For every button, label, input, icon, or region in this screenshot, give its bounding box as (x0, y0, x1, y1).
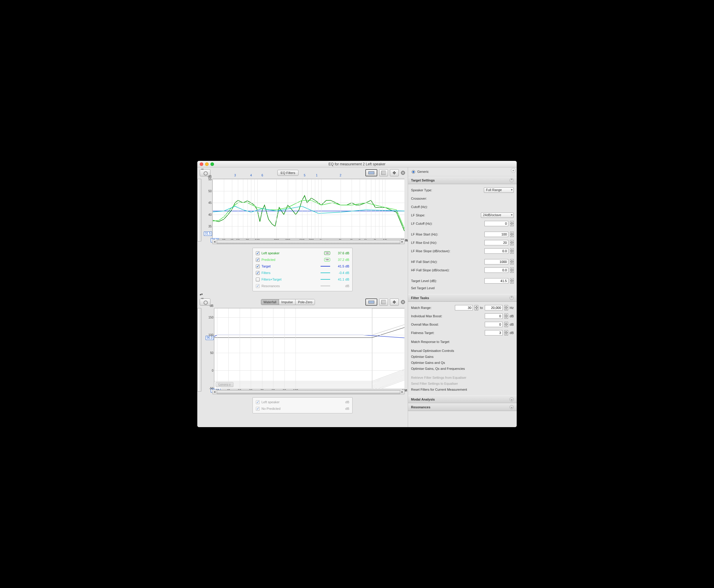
eq-filters-button[interactable]: EQ Filters (277, 170, 298, 176)
legend-checkbox[interactable] (256, 265, 260, 268)
waterfall-chart[interactable]: dB H 96.0 27.50 Generate 150100500-50304… (214, 308, 405, 388)
upper-hscroll[interactable] (212, 240, 405, 244)
speaker-type-select[interactable]: Full Range (484, 187, 514, 193)
match-range-to-spinner[interactable]: ▲▼ (504, 305, 508, 310)
lf-cutoff-input[interactable] (484, 221, 508, 226)
collapse-icon: ⌃ (509, 178, 514, 182)
hf-fall-start-input[interactable] (484, 259, 508, 265)
equaliser-radio[interactable] (412, 170, 415, 174)
titlebar: EQ for measurement 2 Left speaker (197, 161, 517, 167)
lf-rise-start-input[interactable] (484, 232, 508, 237)
lf-rise-end-spinner[interactable]: ▲▼ (510, 240, 514, 245)
window-title: EQ for measurement 2 Left speaker (197, 162, 517, 166)
gear-icon[interactable] (401, 170, 405, 175)
close-button[interactable] (200, 162, 203, 166)
lf-cutoff-spinner[interactable]: ▲▼ (510, 221, 514, 226)
match-range-from-input[interactable] (455, 305, 473, 310)
fit-axes-button-2[interactable]: ✥ (390, 298, 399, 306)
legend-checkbox[interactable] (256, 271, 260, 275)
tab-waterfall[interactable]: Waterfall (261, 299, 279, 305)
legend-value: 37.6 dB (332, 251, 349, 255)
lf-slope-select[interactable]: 24dB/octave (481, 212, 514, 218)
lf-rise-slope-input[interactable] (484, 248, 508, 254)
fit-axes-button[interactable]: ✥ (390, 169, 399, 176)
match-range-from-spinner[interactable]: ▲▼ (475, 305, 478, 310)
modal-analysis-header[interactable]: Modal Analysis ⌄ (408, 396, 517, 403)
screenshot-button-2[interactable] (200, 298, 210, 306)
legend-name: Filters (261, 271, 319, 275)
flatness-spinner[interactable]: ▲▼ (504, 330, 508, 335)
set-target-level-link[interactable]: Set Target Level (411, 285, 514, 291)
legend-checkbox[interactable] (256, 278, 260, 281)
legend-value: 41.5 dB (332, 265, 349, 268)
lower-toolbar: Waterfall Impulse Pole-Zero ✥ (197, 297, 408, 308)
match-range-to-input[interactable] (485, 305, 503, 310)
legend-checkbox (256, 284, 260, 288)
tab-polezero[interactable]: Pole-Zero (295, 299, 315, 305)
grid-toggle-button-2[interactable] (379, 298, 388, 306)
legend-swatch: Var (324, 251, 330, 255)
legend-checkbox[interactable] (256, 251, 260, 255)
flatness-input[interactable] (485, 330, 503, 335)
legend-value: 37.2 dB (332, 258, 349, 261)
target-settings-header[interactable]: Target Settings ⌃ (408, 176, 517, 184)
lf-rise-end-input[interactable] (484, 240, 508, 245)
hf-fall-slope-spinner[interactable]: ▲▼ (510, 268, 514, 273)
filter-tasks-header[interactable]: Filter Tasks ⌃ (408, 294, 517, 302)
maximize-button[interactable] (210, 162, 214, 166)
legend-row: Filters-0.4 dB (256, 270, 349, 276)
lf-rise-slope-spinner[interactable]: ▲▼ (510, 248, 514, 254)
legend-name: No Predicted (261, 407, 330, 411)
lower-vertical-slider[interactable] (197, 308, 202, 392)
target-level-input[interactable] (484, 278, 508, 284)
legend-row: Filters+Target41.1 dB (256, 276, 349, 283)
optimise-gains-link[interactable]: Optimise Gains (411, 354, 514, 360)
legend-toggle-button[interactable] (365, 169, 377, 176)
indiv-max-boost-input[interactable] (485, 313, 503, 319)
target-level-spinner[interactable]: ▲▼ (510, 278, 514, 284)
legend-value: dB (332, 407, 349, 411)
collapse-icon: ⌃ (509, 296, 514, 300)
legend-row: PredictedVar37.2 dB (256, 256, 349, 263)
legend-name: Left speaker (261, 251, 322, 255)
cursor-y-value: 31.5 (204, 232, 212, 236)
scroll-right-icon[interactable]: » (511, 168, 516, 173)
hf-fall-start-spinner[interactable]: ▲▼ (510, 259, 514, 265)
minimize-button[interactable] (205, 162, 209, 166)
expand-icon: ⌄ (509, 397, 514, 401)
lower-hscroll[interactable] (212, 390, 405, 394)
legend-name: Filters+Target (261, 278, 319, 281)
match-response-link[interactable]: Match Response to Target (411, 339, 514, 345)
upper-vertical-slider[interactable] (197, 179, 202, 241)
optimise-gains-qs-freq-link[interactable]: Optimise Gains, Qs and Frequencies (411, 365, 514, 372)
reset-filters-link[interactable]: Reset Filters for Current Measurement (411, 386, 514, 393)
app-window: EQ for measurement 2 Left speaker EQ Fil… (197, 161, 517, 427)
lf-rise-start-spinner[interactable]: ▲▼ (510, 232, 514, 237)
legend-swatch (320, 279, 330, 280)
legend-toggle-button-2[interactable] (365, 298, 377, 306)
legend-row: Left speakerdB (256, 399, 349, 405)
retrieve-settings-link: Retrieve Filter Settings from Equaliser (411, 375, 514, 381)
equaliser-label: Generic (417, 170, 429, 173)
send-settings-link: Send Filter Settings to Equaliser (411, 381, 514, 386)
tab-impulse[interactable]: Impulse (279, 299, 296, 305)
manual-opt-label: Manual Optimisation Controls (411, 348, 514, 354)
lower-legend: Left speakerdBNo PredicteddB (253, 397, 353, 413)
vertical-splitter[interactable]: ▴▾ (197, 293, 408, 297)
grid-toggle-button[interactable] (379, 169, 388, 176)
legend-value: dB (332, 400, 349, 404)
optimise-gains-qs-link[interactable]: Optimise Gains and Qs (411, 360, 514, 365)
legend-checkbox[interactable] (256, 258, 260, 262)
response-chart[interactable]: dB Hz 31.5 21.7 555045403530405070100200… (212, 179, 405, 238)
resonances-header[interactable]: Resonances ⌄ (408, 403, 517, 411)
legend-name: Target (261, 265, 319, 268)
indiv-max-boost-spinner[interactable]: ▲▼ (504, 313, 508, 319)
overall-max-boost-input[interactable] (485, 322, 503, 327)
gear-icon-2[interactable] (401, 300, 405, 304)
legend-value: -0.4 dB (332, 271, 349, 275)
legend-name: Resonances (261, 284, 319, 288)
upper-toolbar: EQ Filters ✥ (197, 167, 408, 178)
hf-fall-slope-input[interactable] (484, 268, 508, 273)
legend-swatch (320, 286, 330, 286)
overall-max-boost-spinner[interactable]: ▲▼ (504, 322, 508, 327)
